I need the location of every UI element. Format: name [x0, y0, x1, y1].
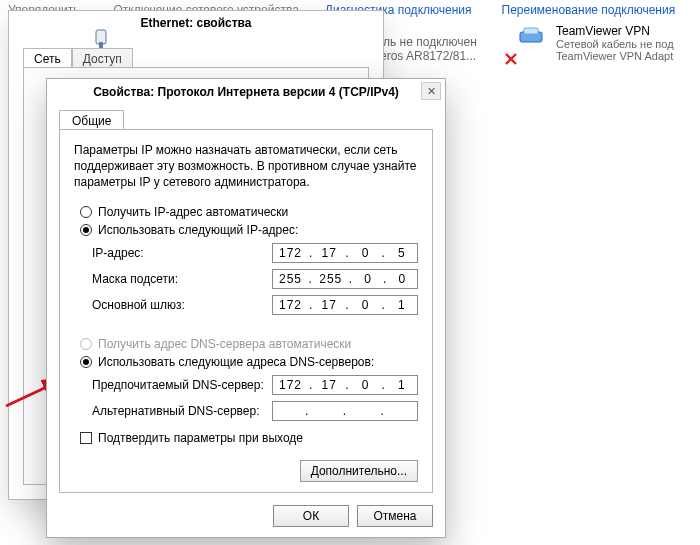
radio-obtain-dns-auto: Получить адрес DNS-сервера автоматически: [80, 337, 418, 351]
radio-use-following-ip[interactable]: Использовать следующий IP-адрес:: [80, 223, 418, 237]
tab-network[interactable]: Сеть: [23, 48, 72, 69]
tab-general[interactable]: Общие: [59, 110, 124, 131]
validate-on-exit-checkbox[interactable]: Подтвердить параметры при выходе: [80, 431, 418, 445]
svg-rect-5: [99, 42, 103, 48]
radio-icon: [80, 224, 92, 236]
ipv4-properties-dialog: Свойства: Протокол Интернета версии 4 (T…: [46, 78, 446, 538]
dialog-titlebar: Свойства: Протокол Интернета версии 4 (T…: [47, 79, 445, 105]
description-text: Параметры IP можно назначать автоматичес…: [74, 142, 418, 191]
network-item-adapter: TeamViewer VPN Adapt: [556, 50, 674, 62]
radio-icon: [80, 206, 92, 218]
svg-rect-4: [96, 30, 106, 44]
radio-icon: [80, 338, 92, 350]
alternate-dns-field[interactable]: ...: [272, 401, 418, 421]
cancel-button[interactable]: Отмена: [357, 505, 433, 527]
toolbar-rename[interactable]: Переименование подключения: [502, 3, 676, 17]
subnet-mask-field[interactable]: 255.255.0.0: [272, 269, 418, 289]
checkbox-icon: [80, 432, 92, 444]
label-preferred-dns: Предпочитаемый DNS-сервер:: [92, 378, 272, 392]
default-gateway-field[interactable]: 172.17.0.1: [272, 295, 418, 315]
ok-button[interactable]: ОК: [273, 505, 349, 527]
radio-obtain-ip-auto[interactable]: Получить IP-адрес автоматически: [80, 205, 418, 219]
radio-icon: [80, 356, 92, 368]
tab-access[interactable]: Доступ: [72, 48, 133, 69]
dialog-title: Ethernet: свойства: [9, 11, 383, 35]
network-adapter-icon: [518, 24, 548, 46]
ip-address-field[interactable]: 172.17.0.5: [272, 243, 418, 263]
network-item-status: Сетевой кабель не под: [556, 38, 674, 50]
network-item-teamviewer[interactable]: TeamViewer VPN Сетевой кабель не под Tea…: [518, 24, 696, 62]
label-ip-address: IP-адрес:: [92, 246, 272, 260]
label-default-gateway: Основной шлюз:: [92, 298, 272, 312]
label-subnet-mask: Маска подсети:: [92, 272, 272, 286]
radio-use-following-dns[interactable]: Использовать следующие адреса DNS-сервер…: [80, 355, 418, 369]
close-button[interactable]: ✕: [421, 82, 441, 100]
network-item-title: TeamViewer VPN: [556, 24, 674, 38]
svg-rect-1: [524, 28, 538, 34]
dialog-title: Свойства: Протокол Интернета версии 4 (T…: [93, 85, 399, 99]
error-icon: [504, 52, 518, 69]
ethernet-status-fragment: бель не подключен theros AR8172/81...: [370, 35, 477, 63]
connection-icon: [92, 28, 110, 50]
label-alternate-dns: Альтернативный DNS-сервер:: [92, 404, 272, 418]
dialog-body: Параметры IP можно назначать автоматичес…: [59, 129, 433, 493]
network-connections-list: TeamViewer VPN Сетевой кабель не под Tea…: [518, 24, 696, 66]
advanced-button[interactable]: Дополнительно...: [300, 460, 418, 482]
preferred-dns-field[interactable]: 172.17.0.1: [272, 375, 418, 395]
